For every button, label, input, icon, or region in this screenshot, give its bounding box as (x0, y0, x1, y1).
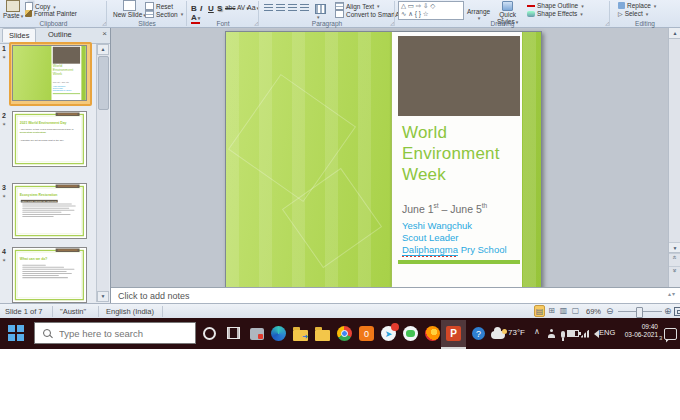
align-right-button[interactable] (288, 4, 297, 12)
scroll-down-icon[interactable]: ▼ (669, 242, 680, 253)
columns-button[interactable] (315, 4, 326, 14)
bold-button[interactable]: B (191, 4, 197, 13)
replace-button[interactable]: Replace (618, 2, 656, 9)
new-slide-icon (123, 0, 136, 11)
search-icon (43, 329, 51, 337)
shapes-row-2[interactable]: ∿ ∧ { } ☆ (401, 10, 463, 18)
zoom-slider-thumb[interactable] (636, 307, 643, 318)
task-view-icon[interactable] (227, 327, 240, 339)
tab-outline[interactable]: Outline (42, 28, 78, 42)
slideshow-view-button[interactable]: ▢ (570, 305, 581, 317)
font-group-label: Font (187, 20, 259, 27)
section-icon (145, 10, 154, 18)
panel-close-icon[interactable]: × (102, 29, 107, 38)
wechat-icon[interactable] (402, 325, 419, 342)
text-shadow-button[interactable]: S (217, 4, 222, 13)
zoom-out-button[interactable]: ⊖ (606, 306, 614, 316)
ribbon-group-font: B I U S abc AV Aa A Font ◿ (187, 0, 259, 27)
weather-icon[interactable] (489, 325, 506, 342)
editor-scrollbar[interactable]: ▲ ▼ « « (668, 28, 680, 287)
download-manager-icon[interactable]: 0 (358, 325, 375, 342)
edge-icon[interactable] (270, 325, 287, 342)
panel-scroll-thumb[interactable] (98, 56, 109, 110)
shared-folder-icon[interactable] (292, 325, 309, 342)
align-text-button[interactable]: Align Text (335, 2, 380, 10)
search-input[interactable] (57, 327, 181, 340)
notification-count: 3 (659, 335, 662, 341)
tray-expand-icon[interactable]: ∧ (534, 327, 540, 336)
clock[interactable]: 09:40 03-06-2021 (618, 323, 658, 339)
slide-thumbnail-3[interactable]: Ecosystem Restoration ▪REIMAGINE. RECREA… (12, 183, 87, 239)
align-left-button[interactable] (264, 4, 273, 12)
slide-thumbnail-2[interactable]: 2021 World Environment Day ▪The theme of… (12, 111, 87, 167)
format-painter-button[interactable]: Format Painter (25, 10, 77, 17)
justify-button[interactable] (300, 4, 309, 12)
slide-thumbnail-1[interactable]: WorldEnvironmentWeek June 1st – June 5th… (12, 45, 87, 101)
smartart-icon (335, 10, 344, 18)
format-painter-icon (25, 10, 32, 17)
notes-pane[interactable]: Click to add notes ▴▾ (111, 287, 680, 304)
slide-title-textbox[interactable]: World Environment Week (402, 122, 500, 185)
shapes-row-1[interactable]: △ ▭ ⇨ ⇩ ◇ (401, 2, 463, 10)
slide-picture-placeholder[interactable] (398, 36, 520, 116)
panel-scrollbar[interactable]: ▲ ▼ (96, 44, 109, 302)
slide-subtitle-textbox[interactable]: Yeshi Wangchuk Scout Leader Daliphangma … (402, 220, 507, 256)
file-explorer-icon[interactable] (314, 325, 331, 342)
select-button[interactable]: ▷Select (618, 10, 648, 17)
reset-button[interactable]: Reset (145, 2, 173, 10)
fit-to-window-button[interactable] (674, 307, 680, 316)
slides-panel: Slides Outline × 1 ✶ WorldEnvironmentWee… (0, 28, 111, 303)
thumb-4-animation-indicator: ✶ (2, 257, 6, 263)
thumb-3-number: 3 (2, 184, 6, 191)
align-center-button[interactable] (276, 4, 285, 12)
thumb-4-number: 4 (2, 248, 6, 255)
paste-button[interactable]: Paste (3, 0, 23, 19)
strikethrough-button[interactable]: abc (225, 4, 235, 11)
temperature-label[interactable]: 73°F (508, 328, 525, 337)
language-indicator[interactable]: English (India) (106, 307, 154, 316)
misspelled-word: Daliphangma (402, 244, 458, 256)
remote-desktop-icon[interactable] (248, 325, 265, 342)
slide-indicator: Slide 1 of 7 (5, 307, 43, 316)
slides-group-label: Slides (107, 20, 187, 27)
panel-scroll-down-icon[interactable]: ▼ (97, 291, 109, 302)
firefox-icon[interactable] (424, 325, 441, 342)
slide-sorter-view-button[interactable]: ⊞ (546, 305, 557, 317)
reading-view-button[interactable]: ▥ (558, 305, 569, 317)
ribbon-group-slides: New Slide Reset Section Slides (107, 0, 187, 27)
help-icon[interactable]: ? (470, 325, 487, 342)
scroll-up-icon[interactable]: ▲ (669, 28, 680, 39)
thumb-1-number: 1 (2, 45, 6, 52)
slide-canvas[interactable]: World Environment Week June 1st – June 5… (225, 31, 542, 288)
next-slide-button[interactable]: « (669, 266, 680, 279)
slide-thumbnail-4[interactable]: What can we do? (12, 247, 87, 303)
cortana-icon[interactable] (203, 327, 216, 340)
shapes-gallery[interactable]: △ ▭ ⇨ ⇩ ◇ ∿ ∧ { } ☆ (398, 1, 464, 20)
zoom-level[interactable]: 69% (586, 307, 601, 316)
notification-center-icon[interactable]: 3 (662, 325, 679, 342)
italic-button[interactable]: I (200, 4, 202, 13)
chrome-icon[interactable] (336, 325, 353, 342)
start-button[interactable] (8, 325, 24, 341)
thumb-4-header-tag (56, 249, 80, 252)
powerpoint-icon[interactable]: P (445, 325, 462, 342)
panel-scroll-up-icon[interactable]: ▲ (97, 44, 109, 55)
notes-placeholder[interactable]: Click to add notes (118, 291, 190, 301)
slide-date-text[interactable]: June 1st – June 5th (402, 202, 487, 215)
tab-slides[interactable]: Slides (2, 28, 36, 42)
underline-button[interactable]: U (208, 4, 214, 13)
normal-view-button[interactable]: ▤ (534, 305, 545, 317)
telegram-icon[interactable]: ➤ (380, 325, 397, 342)
shape-outline-button[interactable]: Shape Outline (527, 2, 584, 9)
new-slide-button[interactable]: New Slide (113, 0, 146, 18)
slide-author-line: Yeshi Wangchuk (402, 220, 507, 232)
previous-slide-button[interactable]: « (669, 253, 680, 266)
ribbon-group-clipboard: Paste Copy Format Painter Clipboard ◿ (0, 0, 107, 27)
status-bar: Slide 1 of 7 "Austin" English (India) ▤ … (0, 303, 680, 319)
zoom-in-button[interactable]: ⊕ (664, 306, 672, 316)
section-button[interactable]: Section (145, 10, 183, 18)
notes-splitter-handle[interactable]: ▴▾ (668, 290, 676, 297)
shape-effects-button[interactable]: Shape Effects (527, 10, 583, 17)
taskbar-search[interactable] (34, 322, 196, 344)
language-tray-label[interactable]: ENG (599, 328, 615, 337)
